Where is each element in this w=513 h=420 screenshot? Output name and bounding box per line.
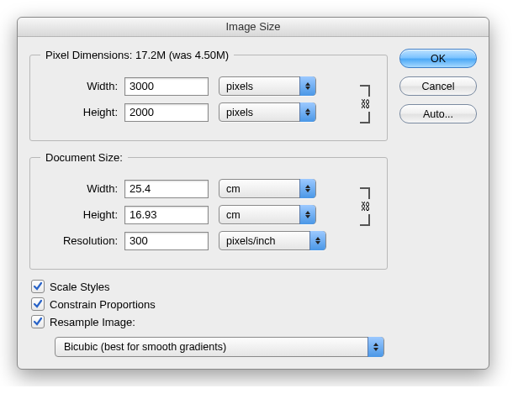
width-label: Width: xyxy=(40,80,124,92)
cancel-button[interactable]: Cancel xyxy=(399,76,477,96)
image-size-dialog: Image Size Pixel Dimensions: 17.2M (was … xyxy=(17,17,489,370)
document-size-group: Document Size: Width: cm Height: xyxy=(29,151,388,270)
constrain-link-icon: ⛓ xyxy=(361,97,371,112)
dropdown-arrows-icon xyxy=(299,205,315,224)
resolution-input[interactable] xyxy=(124,232,209,250)
resample-method-value: Bicubic (best for smooth gradients) xyxy=(64,341,226,353)
bracket-icon: ⛓ xyxy=(345,187,370,226)
auto-button[interactable]: Auto... xyxy=(399,104,477,123)
scale-styles-checkbox[interactable] xyxy=(31,280,45,293)
doc-height-unit-value: cm xyxy=(226,209,241,221)
pixel-width-unit-select[interactable]: pixels xyxy=(219,76,316,96)
constrain-proportions-checkbox[interactable] xyxy=(31,297,45,311)
pixel-height-input[interactable] xyxy=(124,103,209,122)
resolution-label: Resolution: xyxy=(40,234,124,247)
pixel-height-unit-select[interactable]: pixels xyxy=(219,102,316,122)
dropdown-arrows-icon xyxy=(299,76,315,96)
resample-image-label: Resample Image: xyxy=(50,316,135,328)
height-label: Height: xyxy=(40,106,124,118)
checkmark-icon xyxy=(33,317,43,327)
doc-width-unit-value: cm xyxy=(226,183,241,195)
checkmark-icon xyxy=(33,299,43,309)
pixel-width-unit-value: pixels xyxy=(226,81,253,92)
pixel-height-unit-value: pixels xyxy=(226,107,253,118)
dropdown-arrows-icon xyxy=(299,179,315,198)
resample-method-select[interactable]: Bicubic (best for smooth gradients) xyxy=(55,337,384,357)
constrain-link-icon: ⛓ xyxy=(361,199,371,214)
doc-width-input[interactable] xyxy=(124,180,209,198)
document-size-legend: Document Size: xyxy=(40,151,128,164)
checkmark-icon xyxy=(33,281,43,291)
doc-height-label: Height: xyxy=(40,208,124,221)
constrain-proportions-label: Constrain Proportions xyxy=(50,298,156,311)
pixel-dimensions-group: Pixel Dimensions: 17.2M (was 4.50M) Widt… xyxy=(29,49,388,141)
doc-width-label: Width: xyxy=(40,182,124,195)
resample-image-checkbox[interactable] xyxy=(31,315,45,328)
dropdown-arrows-icon xyxy=(299,102,315,122)
pixel-dimensions-legend: Pixel Dimensions: 17.2M (was 4.50M) xyxy=(40,49,234,61)
dialog-title: Image Size xyxy=(18,18,489,37)
dropdown-arrows-icon xyxy=(368,337,383,357)
bracket-icon: ⛓ xyxy=(345,85,370,123)
pixel-width-input[interactable] xyxy=(124,77,209,96)
resolution-unit-value: pixels/inch xyxy=(226,235,275,247)
scale-styles-label: Scale Styles xyxy=(50,281,110,293)
ok-button[interactable]: OK xyxy=(399,49,477,68)
dropdown-arrows-icon xyxy=(309,231,325,250)
doc-height-input[interactable] xyxy=(124,206,209,224)
doc-height-unit-select[interactable]: cm xyxy=(219,205,316,224)
resolution-unit-select[interactable]: pixels/inch xyxy=(219,231,326,250)
doc-width-unit-select[interactable]: cm xyxy=(219,179,316,198)
